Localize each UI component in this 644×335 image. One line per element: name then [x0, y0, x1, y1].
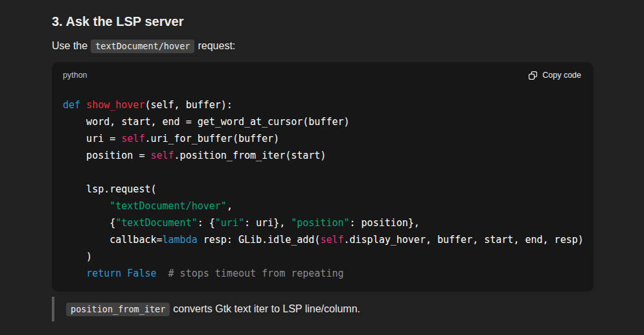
code-line: return False # stops timeout from repeat… — [63, 265, 582, 282]
code-line: position = self.position_from_iter(start… — [63, 147, 582, 164]
note-blockquote: position_from_iterconverts Gtk text iter… — [52, 297, 593, 321]
code-line: ) — [63, 248, 582, 265]
copy-code-button[interactable]: Copy code — [527, 68, 582, 83]
code-line: "textDocument/hover", — [63, 198, 582, 214]
copy-icon — [528, 71, 538, 80]
copy-code-label: Copy code — [542, 71, 581, 80]
code-line: uri = self.uri_for_buffer(buffer) — [63, 130, 582, 147]
chat-message: 3. Ask the LSP server Use thetextDocumen… — [52, 14, 593, 321]
code-block-header: python Copy code — [52, 62, 593, 88]
intro-text-before: Use the — [52, 40, 87, 51]
code-language-label: python — [63, 71, 87, 80]
note-text: converts Gtk text iter to LSP line/colum… — [173, 303, 360, 314]
code-line: word, start, end = get_word_at_cursor(bu… — [63, 113, 582, 130]
inline-code-request-method: textDocument/hover — [91, 40, 194, 53]
code-line: callback=lambda resp: GLib.idle_add(self… — [63, 231, 582, 248]
code-content: def show_hover(self, buffer): word, star… — [52, 88, 593, 292]
code-line — [63, 164, 582, 181]
intro-text-after: request: — [198, 40, 235, 51]
code-line: {"textDocument": {"uri": uri}, "position… — [63, 214, 582, 231]
section-heading: 3. Ask the LSP server — [52, 14, 593, 29]
inline-code-position-from-iter: position_from_iter — [66, 303, 170, 316]
code-block: python Copy code def show_hover(self, bu… — [52, 62, 593, 292]
code-line: def show_hover(self, buffer): — [63, 97, 582, 113]
code-line: lsp.request( — [63, 181, 582, 198]
intro-paragraph: Use thetextDocument/hoverrequest: — [52, 38, 593, 54]
